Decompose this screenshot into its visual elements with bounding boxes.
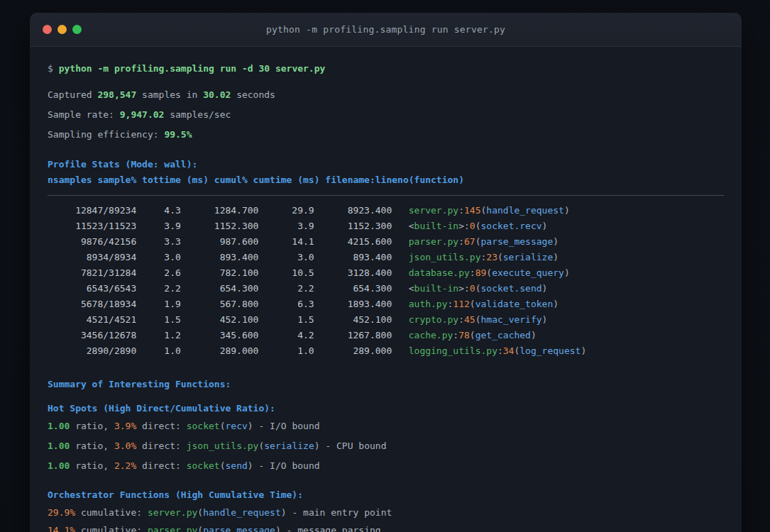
hot-spot-line: 1.00 ratio, 2.2% direct: socket(send) - … <box>48 458 724 474</box>
text-token: : <box>497 345 503 356</box>
table-row: 5678/18934 1.9 567.800 6.3 1893.400 auth… <box>48 297 724 312</box>
close-button[interactable] <box>43 25 52 34</box>
text-token: built-in <box>414 221 459 231</box>
text-token: ( <box>197 507 203 518</box>
text-token: serialize <box>264 440 314 451</box>
text-token: python -m profiling.sampling run -d 30 s… <box>59 63 326 74</box>
text-token: direct: <box>136 421 186 431</box>
text-token: ) <box>281 507 287 518</box>
text-token: ( <box>486 267 492 278</box>
text-token: ( <box>475 314 481 325</box>
text-token: socket.recv <box>481 221 542 231</box>
text-token: ) <box>542 314 548 325</box>
text-token: ( <box>475 236 481 247</box>
table-row: 12847/89234 4.3 1284.700 29.9 8923.400 s… <box>48 203 724 218</box>
text-token: database.py <box>409 267 470 278</box>
text-token: log_request <box>519 345 581 356</box>
stat-captured: Captured 298,547 samples in 30.02 second… <box>48 87 724 103</box>
text-token: socket.send <box>481 283 542 294</box>
text-token: Hot Spots (High Direct/Cumulative Ratio)… <box>48 403 275 414</box>
orchestrator-heading: Orchestrator Functions (High Cumulative … <box>48 487 724 503</box>
text-token: seconds <box>231 89 275 100</box>
text-token: parse_message <box>203 525 275 532</box>
terminal-window: python -m profiling.sampling run server.… <box>30 13 742 532</box>
text-token: Sample rate: <box>48 109 120 120</box>
text-token: - message parsing <box>281 525 381 532</box>
text-token: ) <box>275 525 281 532</box>
text-token: ) <box>531 330 537 340</box>
text-token: 29.9% <box>48 507 75 518</box>
text-token: ) <box>553 299 559 309</box>
text-token: ( <box>497 252 503 262</box>
text-token: send <box>226 460 248 471</box>
text-token: 3.0% <box>114 440 136 451</box>
text-token: ( <box>475 283 481 294</box>
stat-efficiency: Sampling efficiency: 99.5% <box>48 127 724 143</box>
text-token: 7821/31284 2.6 782.100 10.5 3128.400 <box>48 267 409 278</box>
text-token: logging_utils.py <box>409 345 497 356</box>
minimize-button[interactable] <box>57 25 67 34</box>
text-token: ) <box>248 421 253 431</box>
text-token: 1.00 <box>48 440 70 451</box>
text-token: socket <box>187 460 220 471</box>
text-token: ratio, <box>70 421 114 431</box>
text-token: samples in <box>136 89 203 100</box>
table-header: nsamples sample% tottime (ms) cumul% cum… <box>48 172 724 188</box>
text-token: handle_request <box>486 205 564 216</box>
text-token: - I/O bound <box>253 460 320 471</box>
text-token: ( <box>220 421 226 431</box>
text-token: 45 <box>464 314 475 325</box>
zoom-button[interactable] <box>72 25 82 34</box>
text-token: server.py <box>409 205 458 216</box>
text-token: ) <box>564 267 570 278</box>
table-row: 11523/11523 3.9 1152.300 3.9 1152.300 <b… <box>48 218 724 234</box>
text-token: Captured <box>48 89 97 100</box>
text-token: < <box>409 283 414 294</box>
table-row: 2890/2890 1.0 289.000 1.0 289.000 loggin… <box>48 343 724 359</box>
text-token: get_cached <box>475 330 531 340</box>
text-token: json_utils.py <box>187 440 259 451</box>
titlebar[interactable]: python -m profiling.sampling run server.… <box>30 13 742 47</box>
table-row: 6543/6543 2.2 654.300 2.2 654.300 <built… <box>48 281 724 297</box>
table-row: 9876/42156 3.3 987.600 14.1 4215.600 par… <box>48 234 724 250</box>
text-token: samples/sec <box>164 109 231 120</box>
text-token: 5678/18934 1.9 567.800 6.3 1893.400 <box>48 299 409 309</box>
text-token: - I/O bound <box>253 421 320 431</box>
text-token: : <box>470 267 475 278</box>
text-token: ( <box>475 221 481 231</box>
table-row: 3456/12678 1.2 345.600 4.2 1267.800 cach… <box>48 328 724 343</box>
text-token: 30.02 <box>203 89 231 100</box>
table-row: 8934/8934 3.0 893.400 3.0 893.400 json_u… <box>48 250 724 265</box>
text-token: 3.9% <box>114 421 136 431</box>
text-token: ( <box>220 460 226 471</box>
text-token: : <box>458 314 464 325</box>
orchestrator-line: 14.1% cumulative: parser.py(parse_messag… <box>48 523 724 532</box>
hot-spots-heading: Hot Spots (High Direct/Cumulative Ratio)… <box>48 401 724 416</box>
text-token: 4521/4521 1.5 452.100 1.5 452.100 <box>48 314 409 325</box>
text-token: 11523/11523 3.9 1152.300 3.9 1152.300 <box>48 221 409 231</box>
text-token: 99.5% <box>164 129 192 140</box>
text-token: cache.py <box>409 330 453 340</box>
text-token: 1.00 <box>48 460 70 471</box>
text-token: recv <box>226 421 248 431</box>
text-token: ) <box>314 440 320 451</box>
text-token: - CPU bound <box>320 440 387 451</box>
text-token: 2890/2890 1.0 289.000 1.0 289.000 <box>48 345 409 356</box>
text-token: 9876/42156 3.3 987.600 14.1 4215.600 <box>48 236 409 247</box>
text-token: 9,947.02 <box>120 109 165 120</box>
text-token: ( <box>197 525 203 532</box>
text-token: < <box>409 221 414 231</box>
text-token: 8934/8934 3.0 893.400 3.0 893.400 <box>48 252 409 262</box>
text-token: built-in <box>414 283 459 294</box>
text-token: ( <box>470 330 475 340</box>
text-token: socket <box>187 421 220 431</box>
text-token: 3456/12678 1.2 345.600 4.2 1267.800 <box>48 330 409 340</box>
table-header-rule <box>48 195 724 196</box>
text-token: Orchestrator Functions (High Cumulative … <box>48 489 303 500</box>
text-token: >: <box>458 283 470 294</box>
text-token: : <box>458 205 464 216</box>
text-token: serialize <box>503 252 553 262</box>
text-token: 14.1% <box>48 525 75 532</box>
text-token: 34 <box>503 345 515 356</box>
text-token: execute_query <box>492 267 564 278</box>
